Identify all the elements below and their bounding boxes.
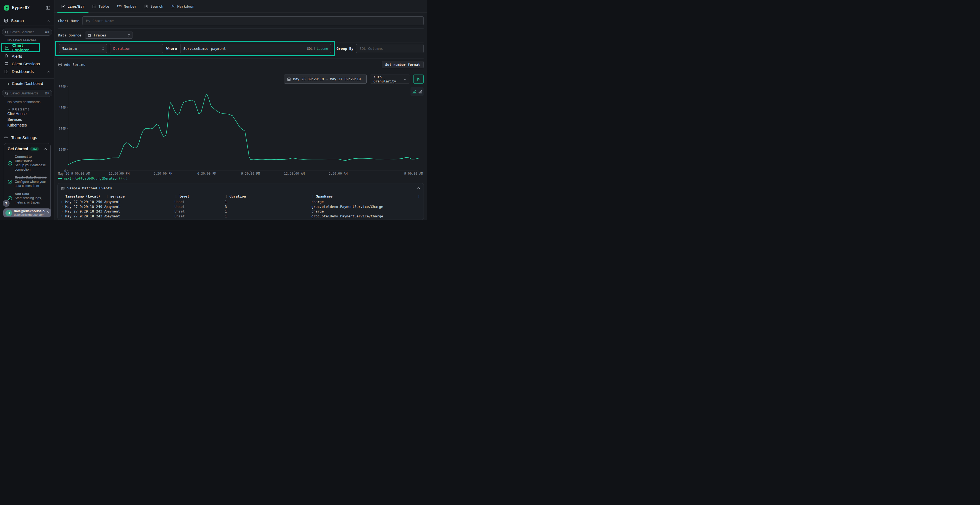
bar-mode-icon[interactable] (418, 90, 422, 94)
chevron-right-icon (47, 211, 49, 216)
tab-number[interactable]: 123 Number (113, 0, 140, 13)
sidebar-item-dashboards[interactable]: Dashboards (0, 67, 54, 75)
axis-tick (67, 170, 68, 171)
cell-timestamp: May 27 9:29:18.243 AM (65, 214, 106, 218)
preset-services[interactable]: Services (0, 117, 54, 122)
field-input[interactable]: Duration (110, 44, 163, 53)
chart-name-row: Chart Name (58, 16, 423, 25)
get-started-item[interactable]: Connect to ClickHouseSet up your databas… (8, 155, 47, 172)
sidebar-item-client-sessions[interactable]: Client Sessions (0, 60, 54, 67)
table-row[interactable]: › May 27 9:29:18.250 AM payment Unset 1 … (61, 199, 420, 204)
no-saved-searches-note: No saved searches (7, 38, 54, 42)
sidebar-divider (0, 78, 54, 79)
table-row[interactable]: › May 27 9:29:18.249 AM payment Unset 3 … (61, 204, 420, 209)
database-icon (88, 33, 91, 37)
saved-dashboards-field[interactable] (10, 91, 43, 95)
data-source-select[interactable]: Traces (85, 32, 133, 39)
data-source-row: Data Source Traces (58, 32, 427, 39)
main-content: Line/Bar Table 123 Number Search M↓ Mark… (54, 0, 427, 220)
user-menu[interactable]: D dale@clickhouse.com dale@clickhouse.co… (3, 208, 51, 218)
line-chart-icon (61, 4, 65, 8)
get-started-item[interactable]: Add DataStart sending logs, metrics, or … (8, 192, 47, 205)
table-row[interactable]: › May 27 9:29:18.243 AM payment Unset 1 … (61, 214, 420, 219)
column-grip-icon[interactable]: ⋮ (225, 195, 228, 198)
group-by-input[interactable] (356, 44, 423, 53)
tab-markdown[interactable]: M↓ Markdown (167, 0, 198, 13)
get-started-progress-badge: 3/3 (30, 147, 39, 151)
events-panel-header[interactable]: Sample Matched Events (61, 186, 420, 190)
tab-label: Search (151, 4, 163, 8)
sql-toggle[interactable]: SQL (307, 47, 313, 51)
preset-kubernetes[interactable]: Kubernetes (0, 122, 54, 128)
column-grip-icon[interactable]: ⋮ (175, 195, 178, 198)
shortcut-badge: ⌘K (45, 92, 49, 95)
x-axis-label: 9:30:00 PM (241, 172, 260, 176)
column-header-level[interactable]: ⋮level (175, 194, 225, 199)
sidebar-collapse-icon[interactable] (46, 5, 50, 10)
tab-search[interactable]: Search (140, 0, 167, 13)
saved-searches-field[interactable] (10, 30, 43, 34)
axis-tick (67, 149, 68, 150)
sidebar-item-alerts[interactable]: Alerts (0, 52, 54, 60)
get-started-item[interactable]: Create Data SourcesConfigure where your … (8, 176, 47, 188)
laptop-icon (4, 62, 9, 66)
x-axis-label: 6:30:00 PM (197, 172, 216, 176)
markdown-icon: M↓ (171, 5, 175, 8)
create-dashboard-button[interactable]: + Create Dashboard (0, 80, 54, 87)
saved-dashboards-input[interactable]: ⌘K (2, 90, 52, 97)
preset-clickhouse[interactable]: ClickHouse (0, 111, 54, 117)
toggle-divider (314, 47, 315, 50)
tab-line-bar[interactable]: Line/Bar (57, 0, 89, 13)
cell-service: payment (106, 214, 175, 218)
x-axis-label: May 26 9:00:00 AM (58, 172, 90, 176)
saved-searches-input[interactable]: ⌘K (2, 29, 52, 36)
group-by-section: Group By (336, 44, 427, 53)
chart-legend[interactable]: maxIf(toFloat640..ng(Duration))))) (58, 176, 418, 180)
column-header-duration[interactable]: ⋮duration (225, 194, 312, 199)
help-button[interactable]: ? (3, 200, 10, 207)
chevron-up-icon[interactable] (43, 146, 47, 151)
get-started-item-desc: Set up your database connection (15, 163, 46, 172)
time-series-chart[interactable]: 0150M300M450M600M (68, 87, 418, 171)
x-axis-label: 9:00:00 AM (404, 172, 423, 176)
chart-display-toggle[interactable] (410, 87, 423, 96)
logo-row: HyperDX (0, 0, 54, 16)
column-header-timestamp[interactable]: Timestamp (Local) (65, 194, 106, 199)
expand-row-icon[interactable]: › (61, 214, 65, 218)
where-query-input[interactable]: ServiceName: payment SQL Lucene (180, 44, 331, 53)
tab-table[interactable]: Table (89, 0, 113, 13)
sidebar-item-chart-explorer[interactable]: Chart Explorer (2, 44, 39, 51)
date-range-picker[interactable]: May 26 09:29:19 - May 27 09:29:19 (284, 75, 367, 84)
aggregation-select[interactable]: Maximum (59, 44, 107, 53)
column-grip-icon[interactable]: ⋮ (106, 195, 109, 198)
set-number-format-button[interactable]: Set number format (382, 61, 423, 68)
chart-name-input[interactable] (83, 16, 423, 25)
collapse-chevron-icon[interactable] (417, 187, 420, 189)
presets-header[interactable]: PRESETS (7, 108, 54, 111)
table-menu-icon[interactable]: ⋮ (417, 195, 420, 198)
line-mode-icon[interactable] (412, 89, 417, 94)
query-value: ServiceName: payment (183, 46, 226, 51)
sidebar-item-team-settings[interactable]: Team Settings (0, 133, 54, 141)
expand-row-icon[interactable]: › (61, 205, 65, 208)
cell-service: payment (106, 205, 175, 209)
column-header-spanname[interactable]: ⋮SpanName (312, 194, 417, 199)
series-actions-row: Add Series Set number format (58, 61, 423, 68)
column-header-service[interactable]: ⋮service (106, 194, 175, 199)
events-table-header: Timestamp (Local) ⋮service ⋮level ⋮durat… (61, 194, 420, 199)
expand-row-icon[interactable]: › (61, 210, 65, 213)
table-row[interactable]: › May 27 9:29:18.243 AM payment Unset 1 … (61, 209, 420, 214)
column-grip-icon[interactable]: ⋮ (312, 195, 314, 198)
run-query-button[interactable] (413, 75, 423, 84)
where-label: Where (166, 46, 177, 51)
granularity-select[interactable]: Auto Granularity (370, 75, 410, 84)
cell-spanname: charge (312, 200, 417, 204)
lucene-toggle[interactable]: Lucene (317, 47, 328, 51)
cell-service: payment (106, 209, 175, 213)
sidebar-section-search[interactable]: Search (0, 16, 54, 26)
sidebar-item-label: Dashboards (12, 69, 34, 74)
get-started-item-desc: Start sending logs, metrics, or traces (15, 196, 41, 204)
calendar-icon (287, 77, 291, 81)
expand-row-icon[interactable]: › (61, 200, 65, 204)
add-series-button[interactable]: Add Series (58, 63, 85, 67)
